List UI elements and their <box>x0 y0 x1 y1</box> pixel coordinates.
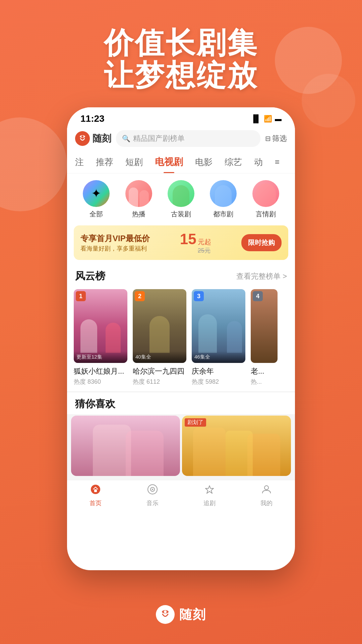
rank-badge-4: 4 <box>253 291 263 301</box>
category-romance-icon <box>252 180 279 207</box>
tab-subscribe[interactable]: 注 <box>74 152 85 173</box>
vip-orig-price: 25元 <box>198 247 211 255</box>
tab-recommend[interactable]: 推荐 <box>95 152 115 173</box>
vip-banner[interactable]: 专享首月VIP最低价 看海量好剧，享多重福利 15 元起 25元 限时抢购 <box>74 225 288 260</box>
ranking-heat-2: 热度 6112 <box>133 378 186 386</box>
category-ancient-label: 古装剧 <box>171 210 191 219</box>
nav-music-label: 音乐 <box>146 499 159 507</box>
guess-section-header: 猜你喜欢 <box>67 392 295 414</box>
category-ancient[interactable]: 古装剧 <box>164 180 198 219</box>
categories-row: ✦ 全部 热播 古装剧 都市剧 <box>67 173 295 225</box>
tab-movie[interactable]: 电影 <box>194 152 214 173</box>
guess-title: 猜你喜欢 <box>75 397 115 411</box>
ranking-poster-2: 2 40集全 <box>133 289 186 363</box>
rank-badge-1: 1 <box>76 291 86 301</box>
vip-price-number: 15 <box>180 231 196 248</box>
hero-title-line1: 价值长剧集 <box>0 27 362 59</box>
tab-tv-drama[interactable]: 电视剧 <box>154 151 184 173</box>
tab-short-drama[interactable]: 短剧 <box>124 152 144 173</box>
nav-music[interactable]: 音乐 <box>124 484 181 507</box>
nav-home[interactable]: 首页 <box>67 484 124 507</box>
ranking-item-4[interactable]: 4 老... 热... <box>251 289 278 386</box>
ranking-heat-1: 热度 8360 <box>74 378 127 386</box>
vip-price-unit: 元起 <box>198 237 211 247</box>
ranking-name-4: 老... <box>251 366 278 376</box>
bottom-logo-icon <box>156 605 175 624</box>
nav-tabs: 注 推荐 短剧 电视剧 电影 综艺 动 ≡ <box>67 151 295 173</box>
music-icon <box>147 484 158 498</box>
app-header: 随刻 🔍 精品国产剧榜单 ⊟ 筛选 <box>67 127 295 151</box>
ranking-name-3: 庆余年 <box>192 366 245 376</box>
filter-label: 筛选 <box>272 133 287 144</box>
category-city-icon <box>210 180 237 207</box>
ranking-item-2[interactable]: 2 40集全 哈尔滨一九四四 热度 6112 <box>133 289 186 386</box>
logo-text: 随刻 <box>93 132 111 145</box>
rank-badge-2: 2 <box>135 291 145 301</box>
vip-buy-button[interactable]: 限时抢购 <box>241 234 282 251</box>
ranking-item-3[interactable]: 3 46集全 庆余年 热度 5982 <box>192 289 245 386</box>
category-romance-label: 言情剧 <box>256 210 276 219</box>
category-ancient-icon <box>168 180 194 207</box>
nav-follow[interactable]: 追剧 <box>181 484 238 507</box>
svg-point-0 <box>75 131 90 146</box>
search-bar[interactable]: 🔍 精品国产剧榜单 <box>116 130 260 147</box>
guess-grid: 剧划了 <box>67 416 295 480</box>
vip-title: 专享首月VIP最低价 <box>80 233 150 244</box>
svg-point-9 <box>264 486 268 490</box>
bottom-nav: 首页 音乐 追剧 <box>67 480 295 513</box>
ranking-name-2: 哈尔滨一九四四 <box>133 366 186 376</box>
vip-price-area: 15 元起 25元 <box>180 231 211 255</box>
nav-follow-label: 追剧 <box>203 499 216 507</box>
vip-info: 专享首月VIP最低价 看海量好剧，享多重福利 <box>80 233 150 253</box>
profile-icon <box>261 484 272 498</box>
bottom-logo: 随刻 <box>156 605 206 624</box>
ranking-title: 风云榜 <box>75 269 105 283</box>
category-all-label: 全部 <box>89 210 103 219</box>
phone-mockup: 11:23 ▐▌ 📶 ▬ 随刻 🔍 精品国产剧榜单 ⊟ 筛选 <box>67 107 295 570</box>
ranking-heat-3: 热度 5982 <box>192 378 245 386</box>
nav-home-label: 首页 <box>89 499 102 507</box>
tab-variety[interactable]: 综艺 <box>223 152 243 173</box>
vip-price-detail: 元起 25元 <box>198 237 211 255</box>
nav-profile[interactable]: 我的 <box>238 484 295 507</box>
bg-decoration-2 <box>0 117 67 211</box>
tab-animation[interactable]: 动 <box>253 152 264 173</box>
filter-button[interactable]: ⊟ 筛选 <box>265 133 287 144</box>
poster-update-1: 更新至12集 <box>74 351 127 363</box>
ranking-section-header: 风云榜 查看完整榜单 > <box>67 265 295 286</box>
search-placeholder-text: 精品国产剧榜单 <box>133 133 185 144</box>
rank-badge-3: 3 <box>194 291 204 301</box>
svg-rect-4 <box>94 489 97 492</box>
hero-title-line2: 让梦想绽放 <box>0 59 362 92</box>
svg-point-10 <box>156 605 175 624</box>
wifi-icon: 📶 <box>264 115 272 123</box>
guess-item-1[interactable] <box>71 416 180 476</box>
ranking-heat-4: 热... <box>251 378 278 386</box>
ranking-poster-1: 1 更新至12集 <box>74 289 127 363</box>
ranking-item-1[interactable]: 1 更新至12集 狐妖小红娘月... 热度 8360 <box>74 289 127 386</box>
category-all[interactable]: ✦ 全部 <box>79 180 113 219</box>
ranking-poster-3: 3 46集全 <box>192 289 245 363</box>
guess-item-2[interactable]: 剧划了 <box>182 416 291 476</box>
nav-profile-label: 我的 <box>260 499 273 507</box>
poster-update-3: 46集全 <box>192 351 245 363</box>
bottom-logo-text: 随刻 <box>179 606 206 623</box>
ranking-name-1: 狐妖小红娘月... <box>74 366 127 376</box>
logo-area: 随刻 <box>75 131 111 146</box>
more-tabs-icon[interactable]: ≡ <box>275 157 280 167</box>
poster-update-2: 40集全 <box>133 351 186 363</box>
category-hot-icon <box>125 180 152 207</box>
category-hot[interactable]: 热播 <box>122 180 156 219</box>
ranking-view-all-link[interactable]: 查看完整榜单 > <box>236 271 287 281</box>
ranking-list: 1 更新至12集 狐妖小红娘月... 热度 8360 2 40集全 哈尔滨一九四… <box>67 286 295 391</box>
svg-marker-8 <box>205 486 214 493</box>
guess-section: 猜你喜欢 剧划了 <box>67 391 295 480</box>
battery-icon: ▬ <box>275 115 282 123</box>
signal-icon: ▐▌ <box>251 114 261 123</box>
category-hot-label: 热播 <box>132 210 145 219</box>
home-icon <box>90 484 101 498</box>
vip-subtitle: 看海量好剧，享多重福利 <box>80 245 150 253</box>
category-romance[interactable]: 言情剧 <box>249 180 283 219</box>
status-time: 11:23 <box>80 113 105 124</box>
category-city[interactable]: 都市剧 <box>206 180 240 219</box>
